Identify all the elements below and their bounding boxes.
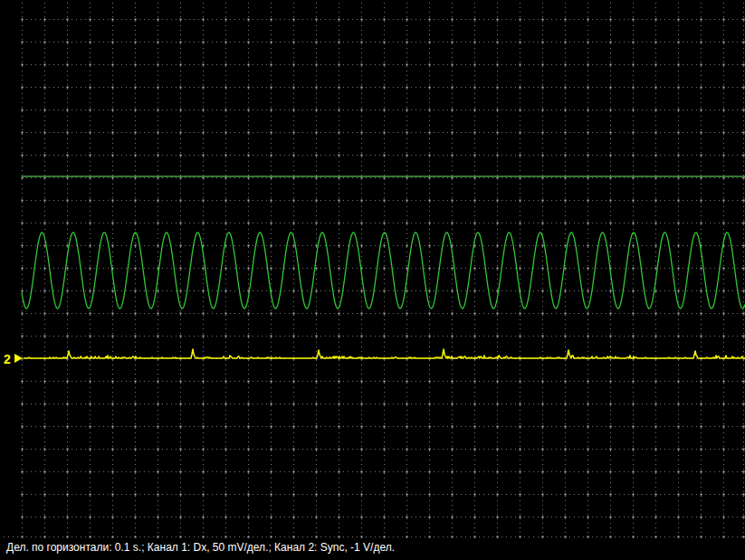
ch1-sine-trace: [22, 233, 745, 308]
waveform-display-area[interactable]: 2: [0, 0, 745, 538]
graticule: [4, 3, 745, 538]
channel2-marker-arrow-icon: [14, 354, 23, 363]
channel2-marker[interactable]: 2: [4, 352, 23, 366]
scope-canvas: 2: [0, 0, 745, 538]
status-bar: Дел. по горизонтали: 0.1 s.; Канал 1: Dx…: [0, 538, 745, 560]
ch2-sync-trace: [24, 349, 745, 358]
oscilloscope-window: 2 Дел. по горизонтали: 0.1 s.; Канал 1: …: [0, 0, 745, 560]
channel2-marker-label: 2: [4, 352, 11, 366]
status-text: Дел. по горизонтали: 0.1 s.; Канал 1: Dx…: [6, 541, 395, 554]
